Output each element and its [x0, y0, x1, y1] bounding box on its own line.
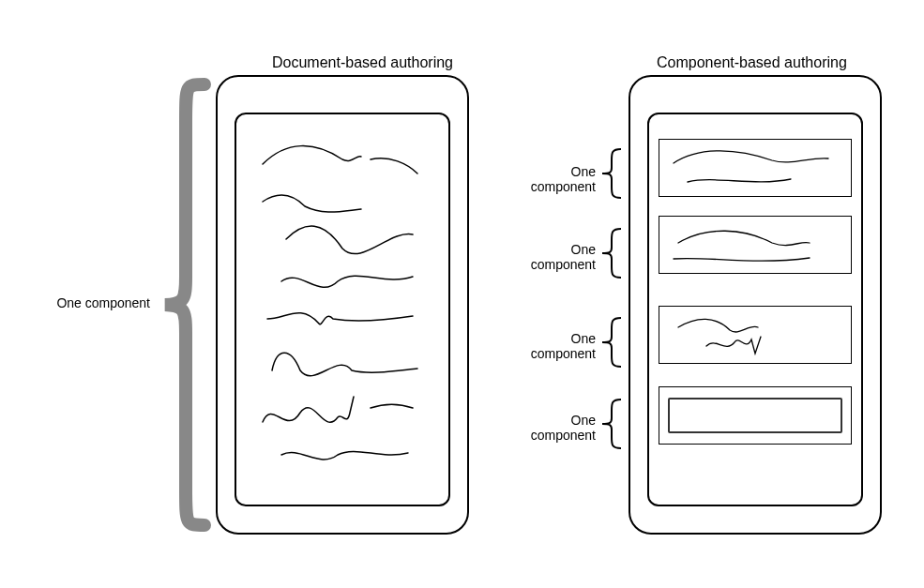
brace-small-4-icon — [598, 396, 627, 452]
label-component-4: One component — [507, 413, 596, 443]
squiggle-box-1-icon — [659, 140, 853, 198]
brace-large-icon — [158, 75, 214, 535]
component-box-2 — [659, 216, 852, 274]
brace-small-2-icon — [598, 225, 627, 281]
squiggles-document-icon — [249, 136, 436, 483]
squiggle-box-2-icon — [659, 217, 853, 275]
squiggle-box-3-icon — [659, 307, 853, 365]
title-document-based: Document-based authoring — [272, 54, 453, 71]
component-box-1 — [659, 139, 852, 197]
title-component-based: Component-based authoring — [657, 54, 847, 71]
component-inner-box-icon — [668, 398, 842, 433]
brace-small-1-icon — [598, 145, 627, 202]
label-component-1: One component — [507, 164, 596, 194]
label-component-2: One component — [507, 242, 596, 272]
label-component-3: One component — [507, 331, 596, 361]
brace-small-3-icon — [598, 314, 627, 370]
component-box-3 — [659, 306, 852, 364]
label-document-component: One component — [56, 295, 150, 310]
